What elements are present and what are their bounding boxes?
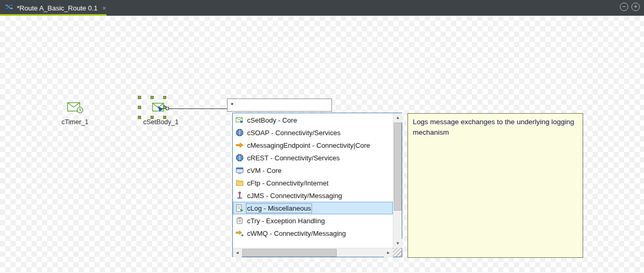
component-filter-input[interactable] bbox=[227, 99, 332, 112]
vertical-scrollbar[interactable]: ▲ ▼ bbox=[393, 113, 402, 248]
scroll-left-icon[interactable]: ◄ bbox=[233, 248, 242, 257]
tab-route-a-basic-route[interactable]: *Route A_Basic_Route 0.1 × bbox=[0, 0, 106, 16]
palette-item[interactable]: cJMS - Connectivity/Messaging bbox=[233, 189, 393, 202]
palette-item[interactable]: cTry - Exception Handling bbox=[233, 214, 393, 227]
selection-handles bbox=[139, 97, 165, 117]
wmq-icon bbox=[235, 229, 244, 237]
palette-item[interactable]: cMessagingEndpoint - Connectivity|Core bbox=[233, 139, 393, 151]
selection-handle[interactable] bbox=[151, 116, 154, 119]
palette-item[interactable]: cWMQ - Connectivity/Messaging bbox=[233, 227, 393, 239]
jms-icon bbox=[235, 191, 244, 200]
palette-item[interactable]: cSetBody - Core bbox=[233, 114, 393, 126]
tab-title: *Route A_Basic_Route 0.1 bbox=[17, 4, 98, 12]
selection-handle[interactable] bbox=[138, 106, 141, 109]
endpoint-arrows-icon bbox=[235, 141, 244, 149]
component-label: cSetBody_1 bbox=[143, 118, 177, 126]
selection-handle[interactable] bbox=[163, 116, 166, 119]
component-description-tooltip: Logs message exchanges to the underlying… bbox=[407, 113, 583, 258]
try-icon bbox=[235, 216, 244, 225]
palette-item[interactable]: cFtp - Connectivity/Internet bbox=[233, 177, 393, 189]
palette-item[interactable]: cVM - Core bbox=[233, 164, 393, 177]
component-ctimer[interactable]: cTimer_1 bbox=[58, 101, 92, 126]
palette-list: cSetBody - Core cSOAP - Connectivity/Ser… bbox=[233, 114, 393, 248]
view-controls: − + bbox=[620, 3, 640, 11]
resize-grip[interactable] bbox=[393, 248, 402, 257]
route-icon bbox=[5, 3, 13, 13]
scroll-right-icon[interactable]: ► bbox=[384, 248, 393, 257]
palette-item[interactable]: cREST - Connectivity/Services bbox=[233, 151, 393, 164]
vertical-scroll-thumb[interactable] bbox=[394, 123, 402, 211]
log-icon bbox=[235, 204, 244, 212]
scroll-down-icon[interactable]: ▼ bbox=[393, 239, 402, 248]
selection-handle[interactable] bbox=[163, 96, 166, 99]
selection-handle[interactable] bbox=[151, 96, 154, 99]
design-canvas[interactable]: cTimer_1 cSetBody_1 bbox=[0, 16, 644, 273]
editor-tab-bar: *Route A_Basic_Route 0.1 × − + bbox=[0, 0, 644, 16]
tab-close-icon[interactable]: × bbox=[102, 4, 106, 12]
minimize-view-icon[interactable]: − bbox=[620, 3, 628, 11]
envelope-edit-icon bbox=[235, 116, 244, 124]
component-label: cTimer_1 bbox=[58, 118, 92, 126]
connection-line bbox=[169, 108, 227, 109]
palette-item[interactable]: cLog - Miscellaneous bbox=[233, 202, 393, 214]
vm-icon bbox=[235, 166, 244, 174]
palette-item[interactable]: cSOAP - Connectivity/Services bbox=[233, 126, 393, 139]
maximize-view-icon[interactable]: + bbox=[631, 3, 640, 11]
selection-handle[interactable] bbox=[138, 96, 141, 99]
component-palette-popup: cSetBody - Core cSOAP - Connectivity/Ser… bbox=[232, 113, 402, 257]
scroll-up-icon[interactable]: ▲ bbox=[393, 113, 402, 122]
route-editor-window: *Route A_Basic_Route 0.1 × − + cTimer_1 bbox=[0, 0, 644, 273]
ctimer-icon bbox=[67, 101, 83, 116]
globe-icon bbox=[235, 154, 244, 162]
selection-handle[interactable] bbox=[138, 116, 141, 119]
horizontal-scroll-thumb[interactable] bbox=[242, 249, 337, 257]
folder-icon bbox=[235, 179, 244, 187]
globe-icon bbox=[235, 128, 244, 137]
horizontal-scrollbar[interactable]: ◄ ► bbox=[233, 248, 393, 257]
